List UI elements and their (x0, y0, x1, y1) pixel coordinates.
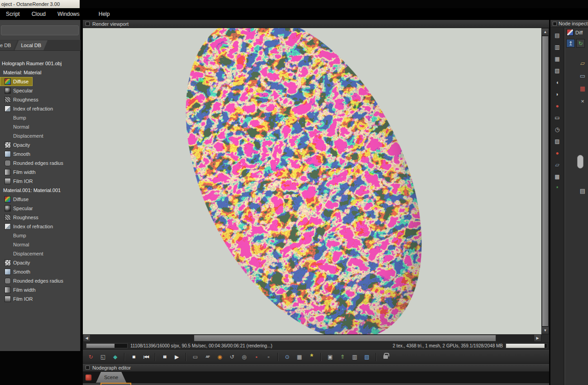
render-layer-icon[interactable]: ▱ (552, 160, 562, 169)
scroll-left-icon[interactable]: ◀ (83, 334, 91, 342)
tree-item[interactable]: Opacity (0, 258, 81, 267)
folder-icon[interactable]: ▱ (578, 58, 587, 67)
export-pass-icon[interactable]: ▧ (361, 351, 373, 362)
tree-item[interactable]: Smooth (0, 267, 81, 276)
tree-item[interactable]: Film IOR (0, 177, 81, 186)
inspected-node-row[interactable]: Diff (567, 29, 583, 36)
duplicate-node-icon[interactable]: ▥ (552, 42, 562, 52)
scatter-node-icon[interactable]: * (552, 183, 562, 193)
tree-item[interactable]: Index of refraction (0, 104, 81, 113)
db-tab[interactable]: Local DB (14, 40, 48, 50)
menu-item[interactable]: Script (0, 9, 26, 19)
scene-node-icon[interactable] (85, 374, 92, 381)
tree-item[interactable]: Diffuse (0, 77, 33, 86)
copy-node-icon[interactable]: ▤ (552, 30, 562, 40)
tab-scene[interactable]: Scene (96, 372, 126, 383)
tree-item[interactable]: Material.001: Material.001 (0, 186, 81, 195)
tree-item[interactable]: Material: Material (0, 68, 81, 77)
restart-render-icon[interactable]: ↻ (85, 351, 96, 362)
texture-generator-icon[interactable]: ▭ (552, 113, 562, 122)
render-priority-icon[interactable]: * (306, 351, 317, 362)
tree-item[interactable]: Film width (0, 168, 81, 177)
toolbar-button (277, 353, 278, 361)
viewport-horizontal-scrollbar[interactable]: ◀ ▶ (83, 334, 541, 342)
fit-viewport-icon[interactable]: ◱ (97, 351, 109, 362)
tree-item[interactable]: Rounded edges radius (0, 276, 81, 285)
texture-image-icon[interactable]: ▦ (552, 54, 562, 63)
tree-item[interactable]: Bump (0, 231, 81, 240)
tree-item[interactable]: Film width (0, 285, 81, 294)
pause-render-icon[interactable]: ▮▮ (159, 351, 170, 362)
restart-frame-icon[interactable]: |◀◀ (140, 351, 152, 362)
selected-node[interactable] (100, 383, 131, 385)
resume-render-icon[interactable]: ▶ (171, 351, 182, 362)
scroll-up-icon[interactable]: ▲ (541, 28, 549, 36)
focus-picker-icon[interactable]: ◉ (214, 351, 225, 362)
tree-item[interactable]: Normal (0, 240, 81, 249)
list-icon[interactable]: ▤ (578, 186, 587, 195)
tree-item[interactable]: Normal (0, 122, 81, 131)
grid-red-icon[interactable]: ▦ (578, 84, 587, 93)
scroll-right-icon[interactable]: ▶ (534, 334, 541, 342)
image-output-icon[interactable]: ▩ (552, 172, 562, 181)
copy-image-icon[interactable]: ▣ (325, 351, 336, 362)
camera-reset-icon[interactable]: ◎ (239, 351, 250, 362)
menu-item[interactable]: Help (93, 9, 116, 19)
projection-node-icon[interactable]: ▨ (552, 136, 562, 146)
vertical-scroll-thumb[interactable] (542, 36, 549, 327)
mesh-node-icon[interactable]: ◖ (552, 77, 562, 87)
toolbar-button (320, 353, 321, 361)
tree-item[interactable]: Bump (0, 113, 81, 122)
monitor-icon[interactable]: ▭ (578, 71, 587, 80)
tree-item[interactable]: Rounded edges radius (0, 159, 81, 168)
image-adjust-icon[interactable]: ▧ (552, 66, 562, 75)
render-target-icon[interactable]: ● (552, 148, 562, 158)
render-viewport[interactable] (83, 28, 541, 334)
fullscreen-icon[interactable]: ▭ (190, 351, 201, 362)
db-tab[interactable]: e DB (0, 40, 17, 50)
background-alpha-icon[interactable]: ▦ (294, 351, 305, 362)
film-region-icon[interactable]: ▫ (263, 351, 274, 362)
tree-item[interactable]: Specular (0, 86, 81, 95)
delete-icon[interactable]: × (578, 96, 587, 106)
tree-item[interactable]: Holograph Raumer 001.obj (0, 59, 81, 68)
render-image[interactable] (83, 28, 541, 334)
menu-item[interactable]: Cloud (26, 9, 52, 19)
tree-item-label: Normal (13, 124, 29, 130)
tree-item[interactable]: Opacity (0, 140, 81, 149)
material-ball-icon[interactable]: ● (552, 101, 562, 111)
tree-item[interactable]: Specular (0, 204, 81, 213)
tree-item[interactable]: Film IOR (0, 294, 81, 303)
tree-item[interactable]: Roughness (0, 213, 81, 222)
save-image-icon[interactable]: ⇑ (337, 351, 348, 362)
tree-item[interactable]: Displacement (0, 131, 81, 140)
stop-render-icon[interactable]: ■ (128, 351, 139, 362)
animation-time-icon[interactable]: ◷ (552, 125, 562, 134)
save-buffer-icon[interactable]: ▥ (349, 351, 360, 362)
mesh-preview-icon[interactable]: ◗ (552, 89, 562, 99)
inspector-scroll-thumb[interactable] (577, 155, 583, 168)
tree-item[interactable]: Roughness (0, 95, 81, 104)
window-titlebar[interactable]: oject - OctaneRender 3.00 (0, 0, 80, 8)
material-picker-icon[interactable]: ⊙ (282, 351, 293, 362)
refresh-node-icon[interactable]: ↻ (576, 39, 585, 48)
tree-item[interactable]: Displacement (0, 249, 81, 258)
preview-cube-icon[interactable]: ◆ (110, 351, 121, 362)
viewport-collapse-toggle[interactable] (86, 22, 90, 26)
horizontal-scroll-thumb[interactable] (194, 335, 496, 342)
tree-item[interactable]: Smooth (0, 149, 81, 159)
tree-item[interactable]: Diffuse (0, 195, 81, 204)
render-region-icon[interactable]: ▪ (251, 351, 262, 362)
menu-item[interactable]: Windows (52, 9, 86, 19)
scroll-down-icon[interactable]: ▼ (541, 327, 549, 334)
white-balance-picker-icon[interactable]: ↺ (226, 351, 238, 362)
import-node-icon[interactable]: ↥ (566, 39, 575, 48)
viewport-vertical-scrollbar[interactable]: ▲ ▼ (541, 28, 549, 334)
nodegraph-canvas[interactable] (83, 383, 549, 385)
tree-item[interactable]: Index of refraction (0, 222, 81, 231)
inspector-collapse-toggle[interactable] (553, 22, 557, 26)
tree-item-label: Opacity (13, 260, 30, 265)
autofocus-icon[interactable]: AF (202, 351, 213, 362)
nodegraph-collapse-toggle[interactable] (86, 366, 90, 370)
lock-icon[interactable] (380, 351, 391, 362)
